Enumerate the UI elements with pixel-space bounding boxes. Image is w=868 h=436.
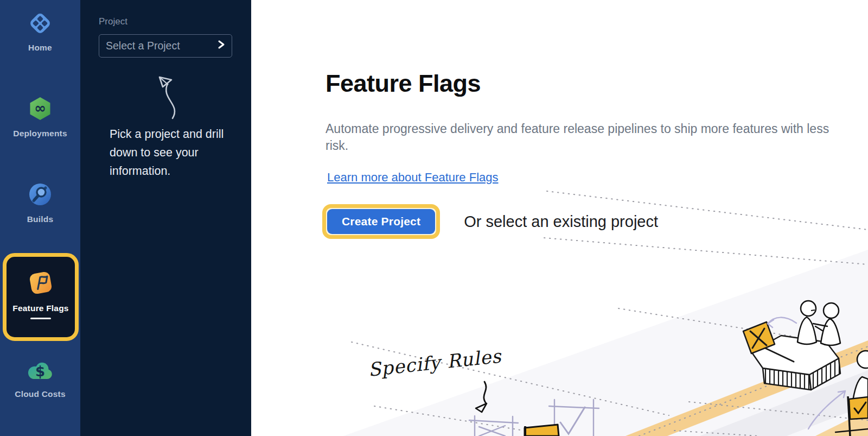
app-window: Home ∞ Deployments (0, 0, 868, 436)
sidebar-item-label: Feature Flags (12, 304, 68, 313)
svg-text:$: $ (35, 363, 45, 380)
sidebar-item-feature-flags[interactable]: Feature Flags (3, 253, 79, 341)
sidebar-item-label: Home (28, 43, 52, 53)
sidebar-item-label: Builds (27, 214, 54, 224)
page-description: Automate progressive delivery and featur… (326, 121, 835, 154)
cta-row: Create Project Or select an existing pro… (322, 204, 658, 239)
project-selector-value: Select a Project (106, 40, 180, 52)
feature-flags-icon (27, 269, 55, 299)
sidebar-item-home[interactable]: Home (0, 11, 80, 53)
sidebar-item-label: Deployments (13, 129, 67, 138)
or-select-existing-text: Or select an existing project (464, 213, 658, 231)
builds-icon (27, 181, 53, 210)
create-project-button[interactable]: Create Project (327, 209, 435, 234)
arrow-doodle-icon (135, 63, 200, 125)
project-selector[interactable]: Select a Project (99, 34, 232, 58)
svg-text:∞: ∞ (34, 100, 46, 116)
illustration-caption: Specify Rules (367, 345, 503, 381)
create-project-highlight-ring: Create Project (322, 204, 440, 239)
sidebar-item-cloud-costs[interactable]: $ Cloud Costs (0, 358, 80, 399)
sidebar-item-deployments[interactable]: ∞ Deployments (0, 96, 80, 138)
deployments-icon: ∞ (27, 96, 53, 124)
sidebar-item-builds[interactable]: Builds (0, 181, 80, 224)
cloud-costs-icon: $ (25, 358, 55, 384)
chevron-right-icon (218, 40, 225, 52)
learn-more-link[interactable]: Learn more about Feature Flags (322, 168, 504, 187)
sidebar-item-label: Cloud Costs (15, 389, 65, 399)
project-panel: Project Select a Project Pick a project … (80, 0, 251, 436)
primary-sidebar: Home ∞ Deployments (0, 0, 80, 436)
project-section-label: Project (99, 16, 127, 27)
home-icon (28, 11, 53, 38)
main-content: Specify Rules (251, 0, 868, 436)
page-title: Feature Flags (326, 69, 481, 98)
active-item-underline (30, 318, 51, 319)
project-hint-text: Pick a project and drill down to see you… (110, 125, 226, 180)
